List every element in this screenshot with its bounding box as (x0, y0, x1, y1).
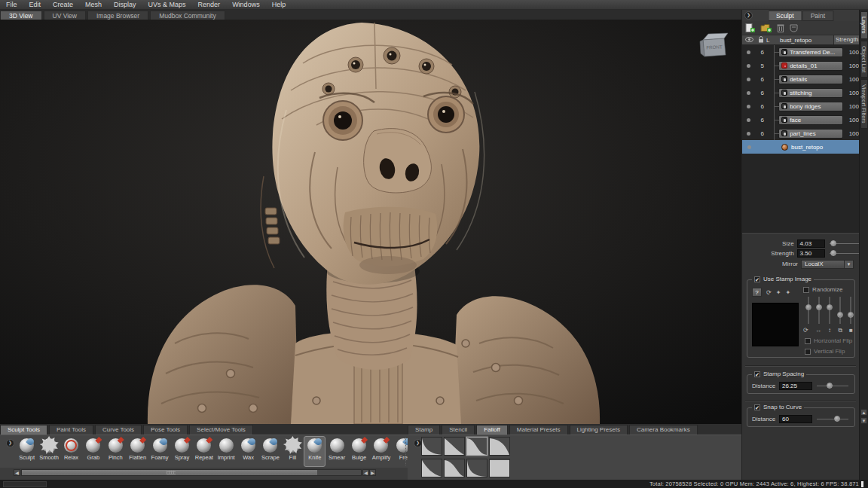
stamp-nav-next-icon[interactable]: ✦ (785, 289, 790, 296)
layer-chip[interactable]: part_lines (778, 129, 843, 139)
stamp-preview[interactable] (752, 303, 799, 346)
stamp-spacing-slider[interactable] (817, 382, 848, 390)
falloff-preset[interactable] (489, 437, 510, 456)
randomize-slider[interactable] (805, 297, 812, 324)
randomize-checkbox[interactable] (803, 287, 809, 293)
tab-image-browser[interactable]: Image Browser (87, 11, 148, 20)
layer-visibility-dot[interactable] (742, 91, 755, 95)
tab-layers[interactable]: Layers (860, 11, 868, 39)
tab-3d-view[interactable]: 3D View (0, 11, 42, 20)
tool-grab[interactable]: Grab (82, 436, 104, 467)
stamp-spacing-distance-input[interactable]: 26.25 (779, 382, 812, 390)
tool-relax[interactable]: Relax (60, 436, 82, 467)
stamp-width-icon[interactable]: ↔ (815, 327, 821, 334)
tab-viewport-filters[interactable]: Viewport Filters (860, 79, 868, 129)
menu-mesh[interactable]: Mesh (79, 0, 108, 10)
layer-visibility-dot[interactable] (742, 145, 756, 149)
tab-uv-view[interactable]: UV View (44, 11, 86, 20)
menu-display[interactable]: Display (108, 0, 142, 10)
status-bar-tab[interactable] (3, 481, 47, 487)
menu-uvs-maps[interactable]: UVs & Maps (142, 0, 192, 10)
layer-chip[interactable]: details_01 (778, 61, 843, 71)
scroll-right-icon[interactable]: ▶ (369, 469, 376, 476)
tool-scrape[interactable]: Scrape (259, 436, 281, 467)
menu-create[interactable]: Create (47, 0, 79, 10)
tab-pose-tools[interactable]: Pose Tools (143, 425, 188, 435)
panel-scroll-down-icon[interactable]: ▼ (860, 417, 867, 424)
horizontal-flip-checkbox[interactable] (805, 338, 811, 344)
layer-chip[interactable]: stitching (778, 88, 843, 98)
menu-windows[interactable]: Windows (226, 0, 266, 10)
view-cube[interactable]: FRONT (697, 32, 730, 59)
menu-render[interactable]: Render (192, 0, 227, 10)
tab-paint-layers[interactable]: Paint (802, 11, 833, 21)
scrollbar-thumb[interactable] (22, 470, 317, 475)
stamp-height-icon[interactable]: ↕ (828, 327, 831, 334)
tool-bulge[interactable]: Bulge (348, 436, 370, 467)
size-slider[interactable] (830, 239, 859, 248)
menu-edit[interactable]: Edit (23, 0, 47, 10)
layer-chip[interactable]: details (778, 75, 843, 84)
tools-scrollbar[interactable]: ◀ ◀ ▶ (0, 468, 408, 477)
tool-wax[interactable]: Wax (237, 436, 259, 467)
randomize-slider[interactable] (826, 297, 833, 324)
tool-flatten[interactable]: Flatten (127, 436, 148, 467)
falloff-preset-selected[interactable] (466, 437, 487, 456)
tool-smear[interactable]: Smear (326, 436, 347, 467)
panel-collapse-icon[interactable]: ❯ (744, 11, 753, 20)
layer-row[interactable]: 6 stitching 100 (742, 86, 859, 99)
tab-stencil[interactable]: Stencil (442, 425, 475, 435)
vertical-flip-checkbox[interactable] (805, 349, 811, 355)
falloff-preset[interactable] (489, 459, 510, 477)
stamp-nav-prev-icon[interactable]: ✦ (776, 289, 781, 296)
tool-foamy[interactable]: Foamy (148, 436, 170, 467)
falloff-preset[interactable] (466, 459, 487, 477)
randomize-slider[interactable] (815, 297, 823, 324)
layer-visibility-dot[interactable] (742, 64, 755, 68)
stamp-crop-icon[interactable]: ⧉ (838, 327, 842, 334)
merge-layers-icon[interactable] (790, 23, 798, 32)
layer-row[interactable]: 6 face 100 (742, 113, 859, 127)
layer-row[interactable]: 6 bony ridges 100 (742, 99, 859, 113)
tab-sculpt-tools[interactable]: Sculpt Tools (0, 425, 47, 435)
falloff-preset[interactable] (421, 459, 442, 477)
layer-visibility-dot[interactable] (742, 118, 755, 122)
snap-to-curve-checkbox[interactable]: ✔ (754, 404, 760, 410)
tab-paint-tools[interactable]: Paint Tools (49, 425, 93, 435)
tool-sculpt[interactable]: Sculpt (16, 436, 38, 467)
tab-select-move-tools[interactable]: Select/Move Tools (189, 425, 253, 435)
new-layer-icon[interactable] (745, 23, 755, 32)
delete-layer-icon[interactable] (777, 23, 784, 32)
mesh-layer-row-selected[interactable]: bust_retopo (742, 140, 859, 154)
tool-spray[interactable]: Spray (171, 436, 193, 467)
stamp-rotate-icon[interactable]: ⟳ (766, 289, 772, 296)
layer-row[interactable]: 6 part_lines 100 (742, 127, 859, 140)
mirror-dropdown[interactable]: LocalX ▼ (801, 260, 854, 269)
randomize-slider[interactable] (847, 297, 854, 324)
falloff-preset[interactable] (444, 437, 465, 456)
layer-chip[interactable]: face (778, 115, 843, 125)
layer-chip[interactable]: bony ridges (778, 102, 843, 111)
tool-knife-selected[interactable]: Knife (304, 436, 326, 467)
strength-slider[interactable] (830, 249, 859, 258)
layer-chip[interactable]: Transferred De... (778, 47, 843, 57)
layer-visibility-dot[interactable] (742, 78, 755, 81)
layer-row[interactable]: 6 Transferred De... 100 (742, 45, 859, 59)
tool-repeat[interactable]: Repeat (193, 436, 215, 467)
tool-fill[interactable]: Fill (282, 436, 304, 467)
stamp-reset-icon[interactable]: ■ (849, 327, 853, 334)
layer-visibility-dot[interactable] (742, 132, 755, 136)
stamp-help-button[interactable]: ? (752, 288, 762, 297)
falloff-preset[interactable] (421, 437, 442, 456)
tab-curve-tools[interactable]: Curve Tools (95, 425, 142, 435)
tab-mudbox-community[interactable]: Mudbox Community (150, 11, 225, 20)
layer-row[interactable]: 5 details_01 100 (742, 59, 859, 72)
tool-amplify[interactable]: Amplify (370, 436, 392, 467)
stamp-spacing-checkbox[interactable]: ✔ (754, 371, 760, 377)
falloff-preset[interactable] (444, 459, 465, 477)
randomize-slider[interactable] (836, 297, 844, 324)
scroll-left-icon[interactable]: ◀ (362, 469, 369, 476)
tab-camera-bookmarks[interactable]: Camera Bookmarks (629, 425, 698, 435)
tray-collapse-icon[interactable]: ❯ (6, 439, 14, 447)
tool-pinch[interactable]: Pinch (105, 436, 127, 467)
